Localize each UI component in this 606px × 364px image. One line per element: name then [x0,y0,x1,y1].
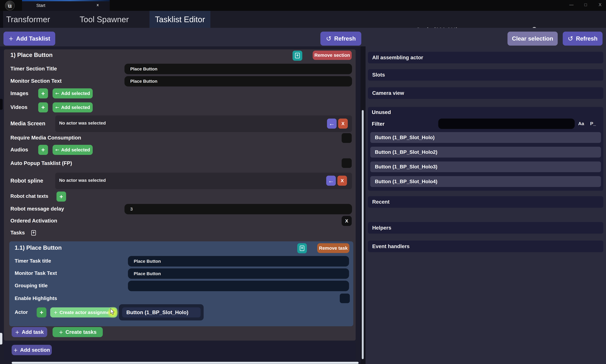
tasks-grid-icon[interactable] [31,230,36,235]
add-actor-button[interactable]: + [37,307,46,317]
tasks-label: Tasks [10,230,25,236]
copy-grid-icon [295,53,300,58]
remove-task-button[interactable]: Remove task [317,243,349,253]
unused-item[interactable]: Button (1_BP_Slot_Holo) [370,132,601,143]
unused-panel: Unused Filter Aa P_ Button (1_BP_Slot_Ho… [368,107,603,191]
accordion-helpers[interactable]: Helpers [368,222,603,234]
unused-item[interactable]: Button (1_BP_Slot_Holo4) [370,176,601,187]
unused-item[interactable]: Button (1_BP_Slot_Holo2) [370,147,601,157]
vertical-scrollbar[interactable] [362,110,364,359]
match-param-icon[interactable]: P_ [590,121,596,126]
monitor-task-text-label: Monitor Task Text [15,270,57,276]
require-media-label: Require Media Consumption [10,135,81,141]
filter-label: Filter [372,121,385,127]
filter-input[interactable] [438,118,575,129]
minimize-icon[interactable]: — [569,2,574,7]
add-selected-images-button[interactable]: ← Add selected [53,88,93,98]
monitor-section-text-label: Monitor Section Text [10,78,62,84]
docked-tab-light[interactable] [0,333,2,345]
actor-chip-container: Button (1_BP_Slot_Holo) [119,304,204,320]
add-video-button[interactable]: + [38,102,48,112]
duplicate-task-button[interactable] [297,243,307,253]
monitor-task-text-input[interactable] [128,268,349,279]
add-image-button[interactable]: + [38,88,48,98]
plus-icon: + [41,146,45,153]
section-card: 1) Place Button Remove section Timer Sec… [4,49,356,340]
audios-label: Audios [10,147,28,153]
timer-section-title-label: Timer Section Title [10,66,57,72]
timer-task-title-input[interactable] [128,256,349,266]
restore-icon[interactable]: □ [584,2,587,7]
close-icon[interactable]: X [599,2,601,7]
add-tasklist-button[interactable]: + Add Tasklist [3,32,55,45]
unused-item[interactable]: Button (1_BP_Slot_Holo3) [370,161,601,172]
grouping-title-input[interactable] [128,281,349,291]
add-audio-button[interactable]: + [38,145,48,155]
assign-selected-actor-button[interactable]: ← [326,176,336,186]
accordion-label: Helpers [372,225,391,231]
require-media-checkbox[interactable] [342,133,352,143]
add-selected-label: Add selected [61,91,90,96]
accordion-event-handlers[interactable]: Event handlers [368,241,603,252]
plus-icon: + [41,90,45,97]
actor-chip[interactable]: Button (1_BP_Slot_Holo) [122,307,201,317]
accordion-label: Event handlers [372,243,410,249]
accordion-slots[interactable]: Slots [368,69,603,81]
timer-section-title-input[interactable] [124,64,352,74]
match-case-icon[interactable]: Aa [578,121,584,126]
accordion-camera-view[interactable]: Camera view [368,87,603,99]
clear-selection-button[interactable]: Clear selection [508,32,558,45]
auto-popup-checkbox[interactable] [342,158,352,168]
add-task-button[interactable]: + Add task [12,327,47,337]
images-label: Images [10,91,28,96]
editor-tab-start[interactable]: Start x [22,0,110,11]
horizontal-scrollbar[interactable] [12,362,359,364]
add-selected-videos-button[interactable]: ← Add selected [53,102,93,112]
left-arrow-icon: ← [55,105,59,110]
tab-close-icon[interactable]: x [97,3,99,7]
add-section-button[interactable]: + Add section [12,345,52,355]
refresh-button-right[interactable]: ↺ Refresh [563,32,603,45]
media-screen-actor-field[interactable]: No actor was selected ← X [55,116,352,132]
copy-grid-icon [300,246,304,251]
clear-actor-button[interactable]: X [337,176,347,186]
actor-chip-label: Button (1_BP_Slot_Holo) [126,310,188,315]
robot-spline-actor-field[interactable]: No actor was selected ← X [55,173,352,189]
actor-label: Actor [15,309,28,315]
left-arrow-icon: ← [55,147,59,153]
assign-selected-actor-button[interactable]: ← [327,118,337,129]
refresh-icon: ↺ [568,35,573,42]
videos-label: Videos [10,104,27,110]
docked-tab-dark[interactable] [0,99,3,110]
remove-section-button[interactable]: Remove section [313,51,352,60]
add-selected-label: Add selected [61,147,90,153]
toolbar: + Add Tasklist ↺ Refresh Clear selection… [0,28,606,46]
grouping-title-label: Grouping title [15,283,48,288]
x-icon: X [341,178,344,183]
accordion-all-assembling-actor[interactable]: All assembling actor [368,52,603,63]
tab-tool-spawner[interactable]: Tool Spawner [80,11,129,28]
x-icon: X [345,218,348,224]
add-selected-audios-button[interactable]: ← Add selected [53,145,93,155]
create-tasks-button[interactable]: + Create tasks [53,327,103,337]
tab-transformer[interactable]: Transformer [6,11,50,28]
create-actor-assignment-label: Create actor assignment [59,310,114,315]
add-robot-chat-button[interactable]: + [56,192,66,202]
add-selected-label: Add selected [61,105,90,110]
enable-highlights-checkbox[interactable] [340,294,350,303]
clear-actor-button[interactable]: X [338,118,348,129]
ordered-activation-clear-button[interactable]: X [342,216,352,226]
enable-highlights-label: Enable Highlights [15,296,57,301]
accordion-recent[interactable]: Recent [368,196,603,208]
robot-message-delay-label: Robot message delay [10,206,64,212]
refresh-button-left[interactable]: ↺ Refresh [320,32,361,45]
unused-item-label: Button (1_BP_Slot_Holo4) [375,179,437,184]
robot-message-delay-input[interactable] [124,204,352,214]
refresh-label: Refresh [334,35,356,42]
tab-tasklist-editor[interactable]: Tasklist Editor [149,11,210,28]
monitor-section-text-input[interactable] [124,76,352,87]
mouse-cursor [110,309,115,315]
remove-section-label: Remove section [314,52,350,58]
left-arrow-icon: ← [328,177,334,184]
duplicate-section-button[interactable] [293,51,302,61]
